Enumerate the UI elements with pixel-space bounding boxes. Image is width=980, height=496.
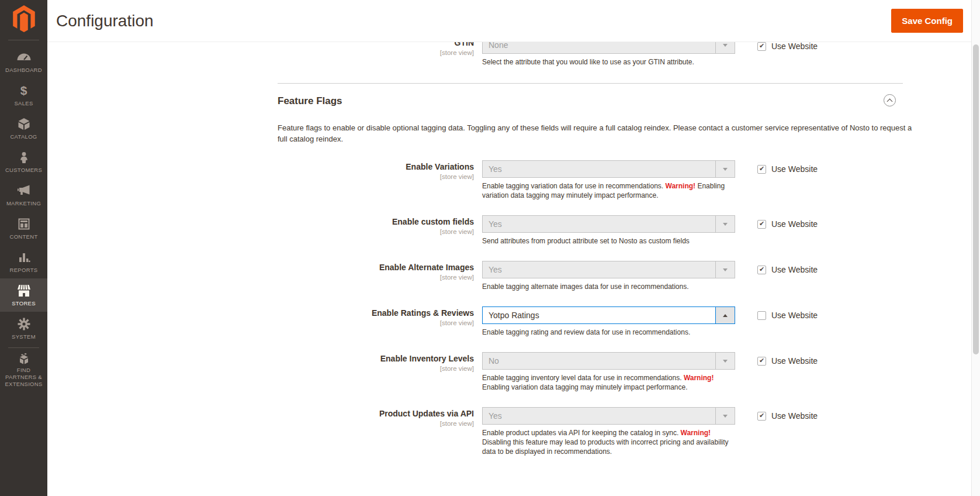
admin-sidebar: DASHBOARD $ SALES CATALOG <box>0 0 47 496</box>
use-website-checkbox[interactable] <box>757 42 766 51</box>
sidebar-item-stores[interactable]: STORES <box>0 278 47 312</box>
sidebar-item-sales[interactable]: $ SALES <box>0 78 47 112</box>
sales-icon: $ <box>20 84 27 98</box>
sidebar-item-marketing[interactable]: MARKETING <box>0 178 47 212</box>
use-website-checkbox[interactable] <box>757 266 766 274</box>
chevron-down-icon[interactable] <box>715 261 735 278</box>
magento-admin-app: DASHBOARD $ SALES CATALOG <box>0 0 980 496</box>
field-label: Enable Alternate Images <box>278 263 474 273</box>
field-helper: Enable tagging inventory level data for … <box>482 373 735 392</box>
field-helper: Send attributes from product attribute s… <box>482 236 735 246</box>
use-website-checkbox[interactable] <box>757 412 766 421</box>
chevron-down-icon[interactable] <box>715 161 735 177</box>
sidebar-item-find-partners[interactable]: FIND PARTNERS & EXTENSIONS <box>0 353 47 388</box>
section-divider <box>278 83 903 84</box>
config-row-gtin: GTIN [store view] None Select the attrib… <box>47 42 971 67</box>
stores-icon <box>17 284 31 298</box>
use-website-checkbox[interactable] <box>757 357 766 366</box>
sidebar-item-dashboard[interactable]: DASHBOARD <box>0 45 47 78</box>
enable-alternate-images-select[interactable]: Yes <box>482 261 735 278</box>
dashboard-icon <box>17 50 31 64</box>
page-header: Configuration Save Config <box>47 0 971 42</box>
section-description: Feature flags to enable or disable optio… <box>278 122 920 144</box>
enable-custom-fields-select[interactable]: Yes <box>482 215 735 233</box>
product-updates-api-select[interactable]: Yes <box>482 407 735 425</box>
sidebar-item-content[interactable]: CONTENT <box>0 212 47 245</box>
system-icon <box>18 317 30 331</box>
marketing-icon <box>17 184 31 198</box>
field-scope: [store view] <box>278 228 474 236</box>
save-config-button[interactable]: Save Config <box>891 9 963 33</box>
reports-icon <box>18 250 30 264</box>
config-row-enable-ratings-reviews: Enable Ratings & Reviews [store view] Yo… <box>47 306 971 337</box>
chevron-up-icon <box>887 98 893 104</box>
use-website-checkbox[interactable] <box>757 165 766 174</box>
config-row-enable-alternate-images: Enable Alternate Images [store view] Yes… <box>47 261 971 291</box>
sidebar-item-system[interactable]: SYSTEM <box>0 312 47 345</box>
chevron-down-icon[interactable] <box>715 42 735 53</box>
magento-logo[interactable] <box>0 0 47 37</box>
field-label: Enable Ratings & Reviews <box>278 308 474 318</box>
field-scope: [store view] <box>278 173 474 181</box>
use-website-checkbox[interactable] <box>757 311 766 320</box>
field-label: Enable custom fields <box>278 217 474 227</box>
field-helper: Enable tagging rating and review data fo… <box>482 328 735 337</box>
section-header: Feature Flags <box>278 95 903 107</box>
content-icon <box>18 217 30 231</box>
collapse-section-button[interactable] <box>884 94 896 106</box>
sidebar-item-reports[interactable]: REPORTS <box>0 245 47 278</box>
chevron-down-icon[interactable] <box>715 353 735 369</box>
chevron-down-icon[interactable] <box>715 408 735 424</box>
field-scope: [store view] <box>278 364 474 373</box>
config-row-enable-custom-fields: Enable custom fields [store view] Yes Se… <box>47 215 971 246</box>
use-website-checkbox[interactable] <box>757 220 766 229</box>
section-title: Feature Flags <box>278 95 903 107</box>
enable-inventory-levels-select[interactable]: No <box>482 352 735 370</box>
catalog-icon <box>18 117 30 131</box>
sidebar-divider <box>8 40 39 40</box>
config-row-enable-inventory-levels: Enable Inventory Levels [store view] No … <box>47 352 971 392</box>
field-helper: Enable product updates via API for keepi… <box>482 428 735 456</box>
chevron-down-icon[interactable] <box>715 216 735 232</box>
config-row-product-updates-api: Product Updates via API [store view] Yes… <box>47 407 971 456</box>
field-label: Enable Variations <box>278 162 474 172</box>
scrollbar-thumb[interactable] <box>973 44 979 354</box>
sidebar-item-customers[interactable]: CUSTOMERS <box>0 145 47 178</box>
gtin-select[interactable]: None <box>482 42 735 54</box>
enable-ratings-reviews-select[interactable]: Yotpo Ratings <box>482 306 735 324</box>
field-label: Product Updates via API <box>278 409 474 419</box>
field-scope: [store view] <box>278 419 474 428</box>
field-helper: Select the attribute that you would like… <box>482 57 735 67</box>
chevron-up-icon[interactable] <box>715 307 735 323</box>
customers-icon <box>18 150 30 164</box>
config-content: GTIN [store view] None Select the attrib… <box>47 42 971 496</box>
field-helper: Enable tagging variation data for use in… <box>482 181 735 200</box>
field-scope: [store view] <box>278 49 474 57</box>
field-scope: [store view] <box>278 319 474 328</box>
field-helper: Enable tagging alternate images data for… <box>482 282 735 291</box>
field-label: Enable Inventory Levels <box>278 354 474 364</box>
field-label: GTIN <box>278 42 474 48</box>
page-title: Configuration <box>56 12 154 30</box>
sidebar-divider <box>8 347 39 348</box>
field-scope: [store view] <box>278 273 474 282</box>
enable-variations-select[interactable]: Yes <box>482 160 735 178</box>
magento-logo-icon <box>12 5 36 33</box>
extensions-icon <box>17 353 31 364</box>
config-row-enable-variations: Enable Variations [store view] Yes Enabl… <box>47 160 971 200</box>
vertical-scrollbar[interactable] <box>971 0 980 496</box>
sidebar-item-catalog[interactable]: CATALOG <box>0 112 47 145</box>
